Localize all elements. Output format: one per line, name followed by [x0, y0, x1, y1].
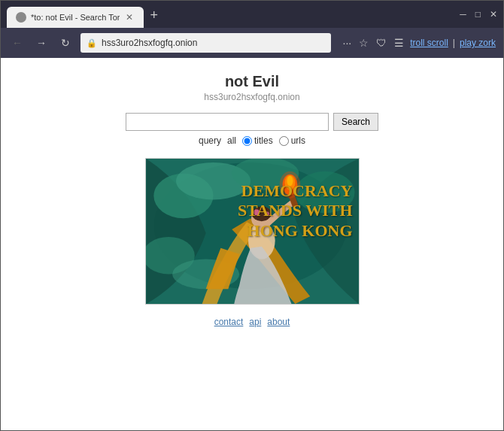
search-input[interactable]	[126, 113, 329, 131]
filter-all-label: all	[227, 135, 236, 146]
page-footer: contact api about	[214, 305, 290, 335]
browser-window: *to: not Evil - Search Tor ✕ + ─ □ ✕ ← →…	[0, 0, 504, 431]
maximize-button[interactable]: □	[475, 9, 481, 20]
site-url: hss3uro2hsxfogfq.onion	[204, 92, 299, 102]
address-bar[interactable]: 🔒 hss3uro2hsxfogfq.onion	[80, 33, 331, 53]
tab-favicon	[16, 12, 26, 23]
overlay-line3: HONG KONG	[238, 221, 353, 241]
link-divider: |	[453, 38, 455, 48]
about-link[interactable]: about	[267, 317, 290, 327]
overlay-line1: DEMOCRACY	[238, 181, 353, 201]
troll-scroll-link[interactable]: troll scroll	[410, 38, 448, 48]
hero-image: DEMOCRACY STANDS WITH HONG KONG	[145, 158, 360, 305]
top-links: troll scroll | play zork	[410, 38, 496, 48]
overlay-text: DEMOCRACY STANDS WITH HONG KONG	[238, 181, 353, 241]
tab-close-button[interactable]: ✕	[124, 11, 135, 24]
site-title: not Evil	[225, 73, 279, 90]
close-button[interactable]: ✕	[490, 9, 497, 20]
overlay-line2: STANDS WITH	[238, 201, 353, 220]
filter-urls-option[interactable]: urls	[279, 135, 305, 146]
nav-extra-icons: ··· ☆ 🛡 ☰	[337, 37, 405, 49]
play-zork-link[interactable]: play zork	[460, 38, 496, 48]
tab-title: *to: not Evil - Search Tor	[31, 13, 120, 22]
more-options-icon[interactable]: ···	[343, 37, 352, 49]
filter-row: query all titles urls	[199, 135, 305, 146]
window-controls: ─ □ ✕	[452, 9, 497, 20]
filter-titles-label: titles	[254, 135, 273, 146]
bookmark-icon[interactable]: ☆	[359, 37, 369, 49]
lock-icon: 🔒	[87, 38, 97, 48]
new-tab-button[interactable]: +	[144, 5, 164, 26]
title-bar: *to: not Evil - Search Tor ✕ + ─ □ ✕	[1, 1, 503, 28]
nav-bar: ← → ↻ 🔒 hss3uro2hsxfogfq.onion ··· ☆ 🛡 ☰…	[1, 28, 503, 58]
filter-query-label: query	[199, 135, 221, 146]
page-content: not Evil hss3uro2hsxfogfq.onion Search q…	[1, 58, 503, 430]
filter-urls-label: urls	[291, 135, 305, 146]
filter-titles-option[interactable]: titles	[242, 135, 273, 146]
filter-titles-radio[interactable]	[242, 136, 252, 146]
minimize-button[interactable]: ─	[460, 9, 466, 20]
page-inner: not Evil hss3uro2hsxfogfq.onion Search q…	[1, 58, 503, 430]
active-tab[interactable]: *to: not Evil - Search Tor ✕	[7, 7, 144, 28]
search-button[interactable]: Search	[333, 113, 378, 131]
shield-icon[interactable]: 🛡	[376, 37, 387, 49]
filter-urls-radio[interactable]	[279, 136, 289, 146]
forward-button[interactable]: →	[32, 37, 50, 49]
back-button[interactable]: ←	[8, 37, 26, 49]
api-link[interactable]: api	[249, 317, 261, 327]
menu-icon[interactable]: ☰	[394, 37, 404, 49]
refresh-button[interactable]: ↻	[56, 37, 74, 49]
tab-area: *to: not Evil - Search Tor ✕ +	[7, 1, 448, 28]
contact-link[interactable]: contact	[214, 317, 244, 327]
address-text: hss3uro2hsxfogfq.onion	[102, 38, 325, 48]
search-row: Search	[126, 113, 378, 131]
